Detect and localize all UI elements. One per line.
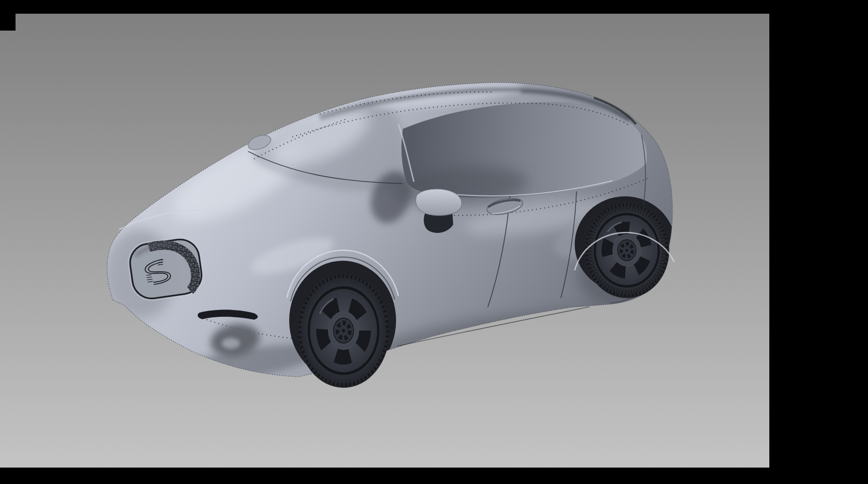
top-left-corner-notch bbox=[0, 14, 16, 31]
side-mirror-shell bbox=[416, 189, 462, 216]
right-letterbox-bar bbox=[769, 0, 868, 484]
rear-hub-center bbox=[625, 249, 628, 252]
rear-wheel bbox=[584, 202, 669, 298]
top-letterbox-bar bbox=[0, 0, 868, 14]
app-window bbox=[0, 0, 868, 484]
fog-lamp-glow bbox=[222, 338, 240, 349]
bottom-letterbox-bar bbox=[0, 468, 868, 484]
front-grille bbox=[126, 235, 206, 303]
viewport-3d[interactable] bbox=[0, 0, 868, 484]
front-wheel bbox=[297, 274, 390, 388]
front-hub-center bbox=[342, 329, 345, 332]
